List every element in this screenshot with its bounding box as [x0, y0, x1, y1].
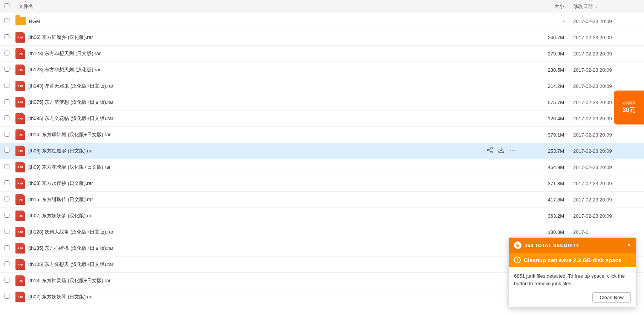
rar-file-icon: RAR — [15, 259, 25, 270]
folder-icon — [15, 17, 26, 25]
file-name: [th123] 东方非想天则 (汉化版).rar — [28, 66, 522, 73]
row-checkbox-cell[interactable] — [0, 94, 14, 111]
row-name-cell: RAR[th14] 东方辉针城 (汉化版+日文版).rar — [14, 127, 523, 143]
row-checkbox[interactable] — [5, 67, 9, 72]
info-icon: i — [514, 257, 521, 263]
row-checkbox-cell[interactable] — [0, 240, 14, 257]
row-checkbox[interactable] — [5, 115, 9, 120]
row-checkbox-cell[interactable] — [0, 111, 14, 127]
share-icon[interactable] — [486, 147, 493, 155]
table-row: RAR[th123] 东方非想天则 (汉化版).rar280.5M2017-02… — [0, 62, 644, 78]
file-name: [th105] 东方缘想天 (汉化版+日文版).rar — [28, 261, 522, 268]
row-checkbox[interactable] — [5, 261, 9, 266]
notif-brand: 360 TOTAL SECURITY — [525, 243, 580, 248]
row-checkbox[interactable] — [5, 99, 9, 104]
row-checkbox[interactable] — [5, 164, 9, 169]
rar-file-icon: RAR — [15, 97, 25, 108]
row-name-cell: RAR[th143] 弹幕天邪鬼 (汉化版+日文版).rar — [14, 78, 523, 94]
row-checkbox-cell[interactable] — [0, 78, 14, 94]
row-checkbox-cell[interactable] — [0, 13, 14, 29]
row-checkbox[interactable] — [5, 18, 9, 23]
notif-close-button[interactable]: × — [627, 242, 631, 248]
notif-footer: Clean Now — [509, 292, 636, 307]
rar-file-icon: RAR — [15, 275, 25, 286]
row-checkbox-cell[interactable] — [0, 46, 14, 62]
table-row: RAR[th07] 东方妖妖梦 (汉化版).rar363.2M2017-02-2… — [0, 208, 644, 224]
promo-badge[interactable]: 会员最高 30元 — [614, 91, 644, 124]
promo-text: 会员最高 — [622, 101, 636, 106]
row-checkbox-cell[interactable] — [0, 224, 14, 240]
row-checkbox[interactable] — [5, 180, 9, 185]
file-name: BGM — [29, 18, 522, 24]
rar-file-icon: RAR — [15, 129, 25, 140]
file-name: [th075] 东方萃梦想 (汉化版+日文版).rar — [28, 99, 522, 106]
row-checkbox[interactable] — [5, 197, 9, 201]
table-row: RAR[th15] 东方绀珠传 (日文版).rar417.8M2017-02-2… — [0, 192, 644, 208]
row-size: - — [523, 13, 569, 29]
row-name-cell: RAR[th09] 东方花映塚 (汉化版+日文版).rar — [14, 159, 523, 175]
row-name-cell: RAR[th095] 东方文花帖 (汉化版+日文版).rar — [14, 111, 523, 127]
svg-point-7 — [512, 149, 513, 150]
row-checkbox-cell[interactable] — [0, 175, 14, 192]
file-name: [th06] 东方红魔乡 (汉化版).rar — [28, 34, 522, 41]
col-header-name[interactable]: 文件名 — [14, 0, 523, 13]
select-all-checkbox-cell[interactable] — [0, 0, 14, 13]
rar-file-icon: RAR — [15, 113, 25, 124]
row-name-cell: RAR[th105] 东方缘想天 (汉化版+日文版).rar — [14, 257, 523, 273]
download-icon[interactable] — [498, 147, 505, 155]
row-name-cell: RAR[th13] 东方神灵庙 (汉化版+日文版).rar — [14, 273, 523, 289]
row-checkbox-cell[interactable] — [0, 289, 14, 305]
svg-line-4 — [489, 148, 491, 149]
row-date: 2017-02-23 20:09 — [569, 127, 644, 143]
row-name-cell: RAR[th06] 东方红魔乡 (日文版).rar — [14, 143, 523, 159]
rar-file-icon: RAR — [15, 227, 25, 237]
row-checkbox-cell[interactable] — [0, 159, 14, 175]
row-checkbox-cell[interactable] — [0, 29, 14, 46]
row-checkbox[interactable] — [5, 294, 9, 299]
row-checkbox-cell[interactable] — [0, 192, 14, 208]
row-checkbox[interactable] — [5, 34, 9, 39]
table-row: RAR[th123] 东方非想天则 (日文版).rar279.9M2017-02… — [0, 46, 644, 62]
notif-body: 6851 junk files detected. To free up spa… — [509, 267, 636, 292]
row-checkbox[interactable] — [5, 148, 9, 153]
select-all-checkbox[interactable] — [5, 3, 9, 8]
row-date: 2017-02-23 20:09 — [569, 29, 644, 46]
sort-icon: ↓ — [595, 3, 598, 9]
row-checkbox[interactable] — [5, 83, 9, 88]
more-options-icon[interactable] — [509, 147, 516, 155]
rar-file-icon: RAR — [15, 146, 25, 156]
file-name: [th06] 东方红魔乡 (日文版).rar — [28, 148, 486, 154]
rar-file-icon: RAR — [15, 178, 25, 189]
row-checkbox-cell[interactable] — [0, 143, 14, 159]
row-checkbox[interactable] — [5, 245, 9, 250]
row-checkbox-cell[interactable] — [0, 127, 14, 143]
clean-now-button[interactable]: Clean Now — [592, 292, 631, 303]
table-row: RAR[th06] 东方红魔乡 (汉化版).rar246.7M2017-02-2… — [0, 29, 644, 46]
row-name-cell: RAR[th135] 东方心绮楼 (汉化版+日文版).rar — [14, 240, 523, 257]
file-name: [th07] 东方妖妖梦 (汉化版).rar — [28, 212, 522, 219]
row-checkbox-cell[interactable] — [0, 273, 14, 289]
row-size: 214.2M — [523, 78, 569, 94]
row-size: 126.4M — [523, 111, 569, 127]
row-checkbox-cell[interactable] — [0, 257, 14, 273]
row-checkbox[interactable] — [5, 51, 9, 55]
col-header-size[interactable]: 大小 — [523, 0, 569, 13]
rar-file-icon: RAR — [15, 162, 25, 172]
row-checkbox-cell[interactable] — [0, 62, 14, 78]
file-name: [th07] 东方妖妖琴 (日文版).rar — [28, 293, 522, 300]
row-checkbox-cell[interactable] — [0, 208, 14, 224]
svg-point-2 — [491, 151, 493, 153]
col-header-date[interactable]: 修改日期 ↓ — [569, 0, 644, 13]
rar-file-icon: RAR — [15, 32, 25, 43]
row-date: 2017-02-23 20:09 — [569, 159, 644, 175]
row-name-cell: RAR[th128] 妖精大战争 (汉化版+日文版).rar — [14, 224, 523, 240]
rar-file-icon: RAR — [15, 81, 25, 91]
row-checkbox[interactable] — [5, 132, 9, 137]
row-name-cell: RAR[th123] 东方非想天则 (日文版).rar — [14, 46, 523, 62]
notification-popup: ⊕ 360 TOTAL SECURITY × i Cleanup can sav… — [508, 237, 636, 307]
table-row: RAR[th09] 东方花映塚 (汉化版+日文版).rar464.9M2017-… — [0, 159, 644, 175]
file-name: [th14] 东方辉针城 (汉化版+日文版).rar — [28, 131, 522, 138]
row-checkbox[interactable] — [5, 278, 9, 283]
row-checkbox[interactable] — [5, 229, 9, 234]
row-checkbox[interactable] — [5, 213, 9, 218]
